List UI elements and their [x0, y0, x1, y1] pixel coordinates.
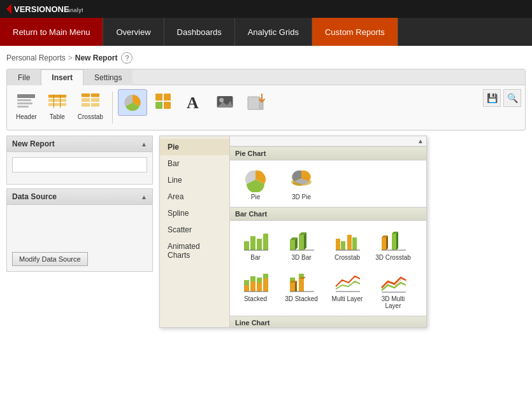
- 3d-multi-layer-icon: [379, 269, 407, 294]
- new-report-section: New Report ▲: [6, 136, 153, 185]
- svg-rect-57: [250, 276, 255, 281]
- text-insert-button[interactable]: A: [180, 89, 208, 115]
- crosstab-insert-button[interactable]: Crosstab: [74, 89, 107, 123]
- logo-brand: VERSIONONE analytics: [6, 3, 83, 15]
- help-icon[interactable]: ?: [121, 52, 133, 64]
- table-label: Table: [50, 113, 65, 120]
- table-insert-button[interactable]: Table: [43, 89, 71, 123]
- bar-chart-section-header: Bar Chart: [230, 207, 426, 221]
- data-source-body: Modify Data Source: [7, 205, 152, 271]
- chart-menu-scatter[interactable]: Scatter: [160, 222, 229, 238]
- 3d-pie-chart-item[interactable]: 3D Pie: [280, 164, 323, 203]
- svg-marker-52: [396, 232, 398, 250]
- bar-crosstab-icon: [333, 227, 361, 253]
- svg-marker-0: [6, 4, 11, 14]
- pie-chart-insert-button[interactable]: [118, 89, 147, 116]
- table-icon: [47, 92, 68, 112]
- svg-rect-55: [244, 280, 249, 285]
- custom-reports-nav-button[interactable]: Custom Reports: [312, 18, 398, 46]
- chart-menu-pie[interactable]: Pie: [160, 139, 229, 155]
- grid-icon: [154, 92, 174, 112]
- grid-insert-button[interactable]: [150, 89, 178, 115]
- tab-insert[interactable]: Insert: [41, 69, 83, 85]
- tab-file[interactable]: File: [7, 69, 41, 85]
- data-source-arrow-icon[interactable]: ▲: [141, 193, 147, 200]
- image-insert-button[interactable]: [211, 89, 239, 115]
- analytic-grids-nav-button[interactable]: Analytic Grids: [235, 18, 312, 46]
- 3d-bar-chart-item[interactable]: 3D Bar: [280, 225, 323, 264]
- toolbar-right-buttons: 💾 🔍: [483, 89, 521, 107]
- chart-content[interactable]: ▲ Pie Chart Pie: [230, 136, 426, 327]
- pie-chart-section-header: Pie Chart: [230, 146, 426, 160]
- svg-rect-60: [263, 279, 268, 292]
- export-insert-button[interactable]: [241, 89, 270, 115]
- chart-menu-line[interactable]: Line: [160, 172, 229, 188]
- breadcrumb-parent: Personal Reports: [6, 53, 66, 62]
- header-label: Header: [16, 113, 37, 120]
- new-report-label: New Report: [12, 139, 55, 148]
- svg-text:A: A: [187, 94, 199, 112]
- 3d-stacked-chart-item[interactable]: 3D Stacked: [280, 266, 323, 312]
- toolbar-icons: Header Table: [7, 85, 525, 130]
- search-button[interactable]: 🔍: [503, 89, 521, 107]
- report-name-input[interactable]: [12, 157, 147, 172]
- svg-rect-47: [382, 237, 386, 250]
- tab-settings[interactable]: Settings: [83, 69, 133, 85]
- svg-rect-30: [244, 241, 249, 250]
- 3d-multi-layer-chart-item[interactable]: 3D Multi Layer: [371, 266, 415, 312]
- separator: [112, 92, 113, 123]
- svg-rect-42: [336, 239, 340, 250]
- nav-bar: Return to Main Menu Overview Dashboards …: [0, 18, 532, 46]
- 3d-stacked-icon: [287, 269, 315, 294]
- svg-rect-58: [257, 283, 262, 292]
- return-to-main-menu-button[interactable]: Return to Main Menu: [0, 18, 103, 46]
- breadcrumb-current: New Report: [75, 53, 118, 62]
- 3d-bar-icon: [287, 227, 315, 253]
- chart-menu-area[interactable]: Area: [160, 188, 229, 205]
- chart-menu-bar[interactable]: Bar: [160, 155, 229, 172]
- svg-rect-59: [257, 278, 262, 283]
- svg-rect-3: [17, 94, 35, 98]
- bar-crosstab-chart-item[interactable]: Crosstab: [326, 225, 369, 264]
- chart-menu-animated[interactable]: Animated Charts: [160, 238, 229, 264]
- pie-chart-item[interactable]: Pie: [234, 164, 277, 203]
- chart-dropdown: Pie Bar Line Area Spline Scatter Animate…: [159, 136, 427, 328]
- modify-data-source-button[interactable]: Modify Data Source: [12, 252, 88, 266]
- pie-chart-icon: [122, 92, 143, 113]
- 3d-bar-label: 3D Bar: [291, 254, 311, 261]
- dashboards-nav-button[interactable]: Dashboards: [164, 18, 235, 46]
- svg-rect-18: [155, 94, 162, 101]
- svg-rect-19: [164, 94, 171, 101]
- bar-chart-item[interactable]: Bar: [234, 225, 277, 264]
- overview-nav-button[interactable]: Overview: [103, 18, 164, 46]
- svg-rect-31: [250, 236, 255, 250]
- svg-marker-66: [295, 281, 297, 292]
- multi-layer-chart-item[interactable]: Multi Layer: [326, 266, 369, 312]
- svg-rect-9: [48, 103, 66, 106]
- crosstab-icon: [80, 92, 101, 112]
- tabs-row: File Insert Settings: [7, 69, 525, 85]
- svg-rect-38: [299, 235, 304, 250]
- stacked-label: Stacked: [244, 295, 267, 302]
- multi-layer-label: Multi Layer: [332, 295, 363, 302]
- chart-menu-spline[interactable]: Spline: [160, 205, 229, 222]
- svg-rect-56: [250, 281, 255, 292]
- save-button[interactable]: 💾: [483, 89, 501, 107]
- 3d-crosstab-chart-item[interactable]: 3D Crosstab: [371, 225, 415, 264]
- svg-rect-15: [91, 98, 99, 102]
- 3d-crosstab-icon: [379, 227, 407, 253]
- 3d-pie-label: 3D Pie: [292, 193, 311, 200]
- bar-chart-grid: Bar: [230, 221, 426, 316]
- logo-bar: VERSIONONE analytics: [0, 0, 532, 18]
- pie-chart-grid: Pie: [230, 160, 426, 207]
- svg-rect-26: [248, 97, 259, 109]
- svg-rect-35: [290, 240, 295, 250]
- svg-text:analytics: analytics: [67, 7, 83, 13]
- svg-rect-54: [244, 285, 249, 292]
- new-report-arrow-icon[interactable]: ▲: [141, 141, 147, 148]
- stacked-chart-item[interactable]: Stacked: [234, 266, 277, 312]
- pie-icon: [241, 167, 270, 192]
- svg-rect-13: [91, 94, 99, 97]
- header-insert-button[interactable]: Header: [12, 89, 41, 123]
- data-source-label: Data Source: [12, 192, 57, 201]
